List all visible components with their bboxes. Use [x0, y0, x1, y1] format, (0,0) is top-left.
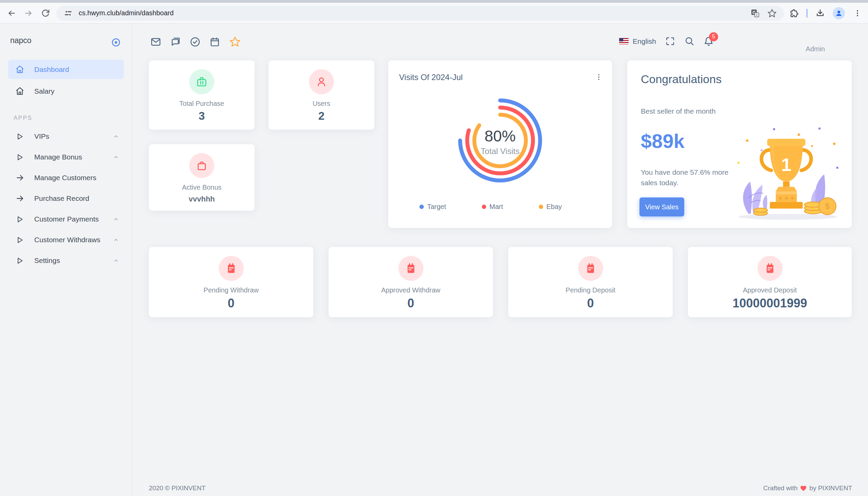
chevron-up-icon — [113, 237, 119, 243]
stat-value: vvvhhh — [189, 195, 215, 204]
us-flag-icon[interactable] — [619, 38, 629, 44]
check-circle-icon[interactable] — [190, 37, 200, 47]
extensions-icon[interactable] — [789, 8, 799, 18]
sidebar-item-purchase-record[interactable]: Purchase Record — [8, 191, 124, 206]
stat-card-active-bonus: Active Bonus vvvhhh — [149, 144, 255, 211]
search-icon[interactable] — [684, 36, 695, 46]
trophy-illustration: 1 ★ ★ ★ $ — [730, 121, 842, 222]
reload-icon[interactable] — [39, 7, 51, 19]
legend-dot — [419, 205, 424, 209]
sidebar-item-vips[interactable]: VIPs — [8, 129, 124, 144]
card-menu-icon[interactable] — [594, 71, 604, 83]
stat-card-total-purchase: Total Purchase 3 — [149, 60, 255, 129]
chat-icon[interactable] — [170, 37, 181, 47]
stat-label: Pending Deposit — [565, 286, 615, 294]
heart-icon — [800, 485, 807, 491]
profile-avatar[interactable] — [833, 7, 845, 19]
svg-text:★ ★ ★: ★ ★ ★ — [778, 195, 794, 201]
sidebar-item-label: VIPs — [34, 132, 49, 140]
url-text[interactable]: cs.hwym.club/admin/dashboard — [79, 9, 743, 17]
address-bar[interactable]: cs.hwym.club/admin/dashboard G文 — [56, 6, 784, 21]
topbar-quick-links — [150, 36, 241, 47]
toolbar-right-cluster — [789, 7, 863, 19]
briefcase-icon — [189, 69, 214, 94]
mail-icon[interactable] — [150, 37, 161, 47]
sidebar-item-dashboard[interactable]: Dashboard — [8, 60, 124, 79]
browser-menu-icon[interactable] — [852, 8, 863, 18]
forward-icon[interactable] — [22, 7, 35, 19]
topbar-right: English 5 — [619, 36, 714, 46]
stat-card-pending-withdraw: Pending Withdraw 0 — [149, 247, 313, 317]
stat-card-approved-deposit: Approved Deposit 10000001999 — [688, 247, 852, 317]
star-icon[interactable] — [229, 36, 241, 47]
chevron-up-icon — [113, 258, 119, 264]
footer-copyright: 2020 © PIXINVENT — [149, 484, 206, 492]
back-icon[interactable] — [5, 7, 18, 19]
notifications-bell[interactable]: 5 — [704, 36, 714, 46]
stat-card-pending-deposit: Pending Deposit 0 — [508, 247, 673, 317]
downloads-icon[interactable] — [815, 8, 825, 18]
chevron-up-icon — [113, 154, 119, 160]
view-sales-button[interactable]: View Sales — [640, 198, 684, 216]
main-content: English 5 Admin Total Purchase 3 — [132, 24, 868, 496]
sidebar-item-label: Manage Customers — [34, 174, 96, 182]
sidebar-item-customer-payments[interactable]: Customer Payments — [8, 212, 124, 227]
translate-icon[interactable]: G文 — [750, 8, 760, 18]
chevron-up-icon — [113, 134, 119, 139]
pinned-extension-indicator[interactable] — [806, 9, 808, 18]
legend-item-target[interactable]: Target — [419, 203, 446, 211]
legend-item-ebay[interactable]: Ebay — [539, 203, 562, 211]
bookmark-star-icon[interactable] — [767, 8, 777, 18]
chart-center-value: 80% — [388, 127, 612, 145]
stat-value: 0 — [407, 296, 414, 310]
user-menu[interactable]: Admin — [806, 45, 825, 53]
chevron-up-icon — [113, 216, 119, 222]
arrow-right-icon — [15, 194, 25, 203]
sidebar: napco Dashboard Salary APPS — [0, 24, 132, 496]
user-icon — [309, 69, 334, 94]
sidebar-item-label: Manage Bonus — [34, 153, 82, 161]
fullscreen-icon[interactable] — [665, 36, 675, 46]
play-icon — [15, 256, 25, 265]
footer-credit-prefix: Crafted with — [763, 484, 798, 492]
stat-value: 0 — [587, 296, 594, 310]
sidebar-item-salary[interactable]: Salary — [8, 81, 124, 101]
browser-toolbar: cs.hwym.club/admin/dashboard G文 — [0, 3, 868, 24]
stat-card-users: Users 2 — [269, 60, 374, 129]
calendar-icon[interactable] — [210, 37, 220, 47]
journal-icon — [398, 256, 423, 281]
brand-name: napco — [10, 36, 32, 45]
home-icon — [15, 87, 25, 96]
sidebar-item-label: Customer Payments — [34, 215, 99, 223]
browser-chrome: cs.hwym.club/admin/dashboard G文 — [0, 0, 868, 24]
play-icon — [15, 153, 25, 162]
play-icon — [15, 235, 25, 245]
sidebar-toggle-icon[interactable] — [111, 37, 121, 47]
stat-value: 3 — [199, 110, 205, 123]
sidebar-item-label: Dashboard — [34, 65, 69, 74]
sidebar-item-settings[interactable]: Settings — [8, 253, 124, 268]
stat-label: Pending Withdraw — [204, 286, 258, 294]
arrow-right-icon — [15, 173, 25, 183]
legend-dot — [482, 205, 486, 209]
stat-label: Approved Deposit — [743, 286, 797, 294]
svg-text:文: 文 — [755, 13, 758, 17]
sidebar-item-manage-bonus[interactable]: Manage Bonus — [8, 150, 124, 165]
chart-center-caption: Total Visits — [388, 146, 612, 156]
sidebar-section-apps: APPS — [14, 115, 132, 122]
legend-label: Ebay — [547, 203, 562, 211]
sidebar-item-manage-customers[interactable]: Manage Customers — [8, 170, 124, 185]
sidebar-item-label: Customer Withdraws — [34, 236, 100, 244]
journal-icon — [219, 256, 244, 281]
sidebar-item-label: Purchase Record — [34, 195, 89, 203]
congrats-subtitle: Best seller of the month — [641, 107, 716, 115]
notification-badge: 5 — [709, 32, 718, 41]
home-icon — [15, 65, 25, 74]
legend-item-mart[interactable]: Mart — [482, 203, 503, 211]
site-settings-icon[interactable] — [63, 8, 73, 18]
language-selector[interactable]: English — [633, 37, 656, 45]
play-icon — [15, 132, 25, 141]
congratulations-card: Congratulations Best seller of the month… — [627, 60, 852, 228]
stat-label: Users — [312, 100, 330, 108]
sidebar-item-customer-withdraws[interactable]: Customer Withdraws — [8, 232, 124, 247]
